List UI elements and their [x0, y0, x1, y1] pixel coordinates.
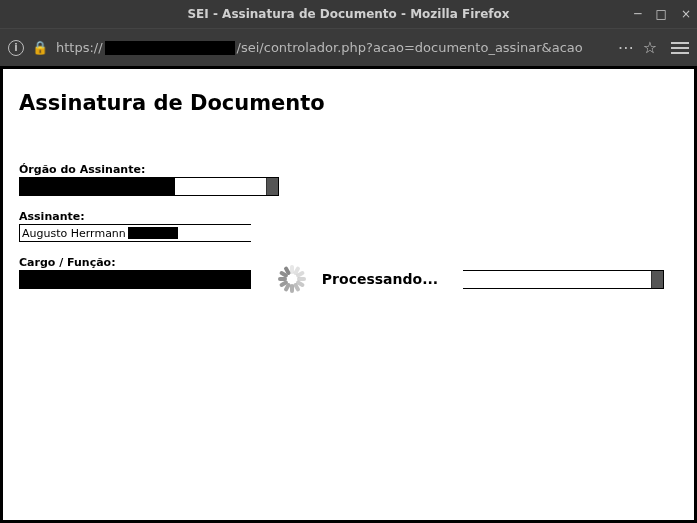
- url-prefix: https://: [56, 40, 103, 55]
- url-display[interactable]: https:// /sei/controlador.php?acao=docum…: [56, 40, 610, 55]
- chevron-down-icon[interactable]: [651, 271, 663, 288]
- loading-overlay: Processando...: [251, 219, 463, 339]
- maximize-icon[interactable]: □: [656, 8, 667, 20]
- window-title: SEI - Assinatura de Documento - Mozilla …: [187, 7, 509, 21]
- menu-icon[interactable]: [671, 42, 689, 54]
- orgao-value-redacted: [20, 178, 175, 195]
- close-icon[interactable]: ×: [681, 8, 691, 20]
- site-info-icon[interactable]: i: [8, 40, 24, 56]
- chevron-down-icon[interactable]: [266, 178, 278, 195]
- assinante-value-visible: Augusto Herrmann: [22, 227, 126, 240]
- spinner-icon: [276, 263, 308, 295]
- url-suffix: /sei/controlador.php?acao=documento_assi…: [237, 40, 583, 55]
- loading-message: Processando...: [322, 271, 438, 287]
- browser-viewport: Assinatura de Documento Órgão do Assinan…: [0, 66, 697, 523]
- assinante-value-redacted: [128, 227, 178, 239]
- browser-toolbar: i 🔒 https:// /sei/controlador.php?acao=d…: [0, 28, 697, 66]
- field-orgao: Órgão do Assinante:: [19, 163, 678, 196]
- window-controls: ─ □ ×: [634, 0, 691, 28]
- orgao-label: Órgão do Assinante:: [19, 163, 678, 176]
- window-titlebar: SEI - Assinatura de Documento - Mozilla …: [0, 0, 697, 28]
- page-content: Assinatura de Documento Órgão do Assinan…: [3, 69, 694, 520]
- bookmark-icon[interactable]: ☆: [643, 38, 657, 57]
- page-title: Assinatura de Documento: [19, 91, 678, 115]
- page-actions-icon[interactable]: ⋯: [618, 38, 635, 57]
- minimize-icon[interactable]: ─: [634, 8, 641, 20]
- orgao-select[interactable]: [19, 177, 279, 196]
- lock-icon[interactable]: 🔒: [32, 40, 48, 55]
- url-redacted-host: [105, 41, 235, 55]
